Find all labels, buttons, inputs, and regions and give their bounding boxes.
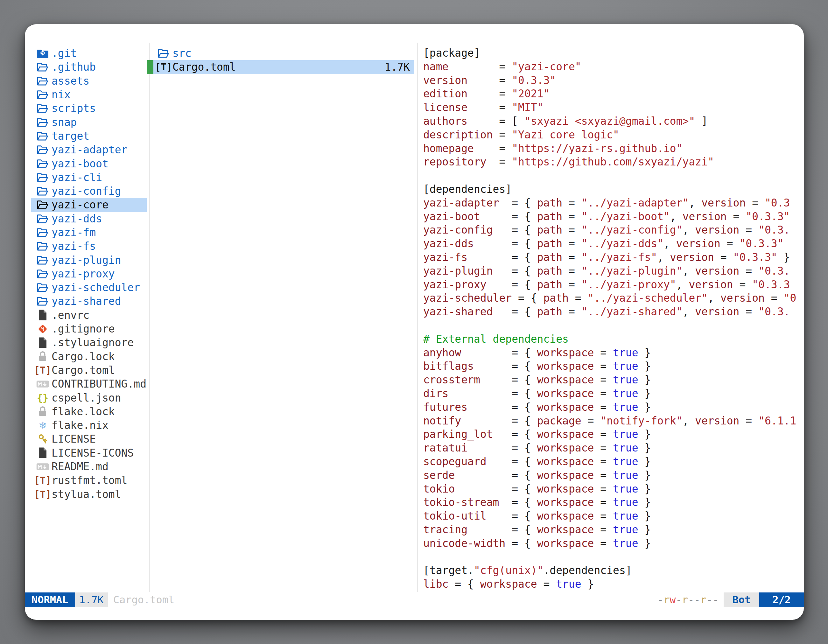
markdown-icon	[36, 378, 49, 391]
dir-item-.github[interactable]: .github	[31, 60, 147, 74]
preview-line	[423, 550, 803, 564]
preview-line: futures = { workspace = true }	[423, 401, 803, 414]
folder-open-icon	[36, 185, 49, 198]
dir-item-yazi-cli[interactable]: yazi-cli	[31, 171, 147, 184]
item-label: Cargo.toml	[172, 61, 236, 73]
preview-line: notify = { package = "notify-fork", vers…	[423, 414, 803, 428]
folder-open-icon	[36, 171, 49, 184]
file-icon	[36, 308, 49, 322]
preview-line: yazi-shared = { path = "../yazi-shared",…	[423, 305, 803, 319]
preview-line: serde = { workspace = true }	[423, 469, 803, 483]
dir-item-nix[interactable]: nix	[31, 88, 147, 102]
dir-item-yazi-proxy[interactable]: yazi-proxy	[31, 267, 147, 280]
folder-open-icon	[36, 102, 49, 115]
file-icon	[36, 336, 49, 349]
folder-open-icon	[36, 88, 49, 102]
preview-line: [dependencies]	[423, 183, 803, 196]
file-item-cspell.json[interactable]: {}cspell.json	[31, 391, 147, 404]
file-item-Cargo.lock[interactable]: Cargo.lock	[31, 350, 147, 364]
item-label: Cargo.toml	[52, 364, 115, 376]
preview-line: yazi-scheduler = { path = "../yazi-sched…	[423, 291, 803, 305]
file-icon	[36, 446, 49, 459]
file-item-LICENSE[interactable]: LICENSE	[31, 432, 147, 446]
scroll-position-badge: Bot	[724, 592, 759, 607]
file-item-Cargo.toml[interactable]: [T]Cargo.toml1.7K	[147, 60, 414, 74]
item-label: yazi-core	[52, 199, 108, 211]
file-item-.styluaignore[interactable]: .styluaignore	[31, 336, 147, 349]
file-item-flake.nix[interactable]: ❄flake.nix	[31, 418, 147, 432]
dir-item-scripts[interactable]: scripts	[31, 102, 147, 115]
item-label: .git	[52, 47, 77, 60]
lock-icon	[36, 405, 49, 418]
preview-line: authors = [ "sxyazi <sxyazi@gmail.com>" …	[423, 114, 803, 128]
folder-open-icon	[36, 74, 49, 88]
preview-line: [target."cfg(unix)".dependencies]	[423, 564, 803, 578]
file-item-CONTRIBUTING.md[interactable]: CONTRIBUTING.md	[31, 377, 147, 391]
toml-icon: [T]	[36, 364, 49, 377]
file-item-stylua.toml[interactable]: [T]stylua.toml	[31, 487, 147, 501]
folder-open-icon	[36, 198, 49, 212]
dir-item-target[interactable]: target	[31, 129, 147, 143]
item-label: .envrc	[52, 309, 89, 321]
file-item-rustfmt.toml[interactable]: [T]rustfmt.toml	[31, 473, 147, 487]
folder-open-icon	[157, 47, 170, 60]
item-label: src	[172, 47, 191, 60]
dir-item-snap[interactable]: snap	[31, 115, 147, 129]
item-label: yazi-shared	[52, 295, 121, 307]
dir-item-yazi-dds[interactable]: yazi-dds	[31, 212, 147, 226]
toml-icon: [T]	[36, 474, 49, 487]
dir-item-yazi-core[interactable]: yazi-core	[31, 198, 147, 212]
folder-open-icon	[36, 240, 49, 253]
item-label: yazi-boot	[52, 158, 108, 170]
item-label: flake.lock	[52, 405, 115, 418]
dir-item-yazi-scheduler[interactable]: yazi-scheduler	[31, 280, 147, 294]
item-label: Cargo.lock	[52, 350, 115, 363]
dir-item-yazi-adapter[interactable]: yazi-adapter	[31, 143, 147, 157]
dir-item-yazi-plugin[interactable]: yazi-plugin	[31, 253, 147, 266]
file-item-.gitignore[interactable]: .gitignore	[31, 322, 147, 336]
folder-open-icon	[36, 253, 49, 266]
json-icon: {}	[36, 391, 49, 404]
dir-item-yazi-fs[interactable]: yazi-fs	[31, 239, 147, 253]
preview-line: tracing = { workspace = true }	[423, 523, 803, 537]
dir-item-yazi-config[interactable]: yazi-config	[31, 184, 147, 198]
item-label: .github	[52, 61, 96, 73]
item-label: target	[52, 130, 89, 142]
item-label: yazi-fs	[52, 240, 96, 252]
file-item-flake.lock[interactable]: flake.lock	[31, 405, 147, 418]
preview-line: bitflags = { workspace = true }	[423, 360, 803, 373]
preview-line: ratatui = { workspace = true }	[423, 441, 803, 455]
cursor-counter-badge: 2/2	[759, 592, 804, 607]
file-item-Cargo.toml[interactable]: [T]Cargo.toml	[31, 364, 147, 377]
key-icon	[36, 432, 49, 446]
git-ignore-icon	[36, 322, 49, 336]
dir-item-yazi-shared[interactable]: yazi-shared	[31, 294, 147, 308]
preview-line: tokio = { workspace = true }	[423, 483, 803, 496]
preview-line: license = "MIT"	[423, 101, 803, 114]
preview-line: anyhow = { workspace = true }	[423, 346, 803, 360]
git-folder-icon	[36, 47, 49, 60]
file-item-.envrc[interactable]: .envrc	[31, 308, 147, 322]
folder-open-icon	[36, 295, 49, 308]
file-item-LICENSE-ICONS[interactable]: LICENSE-ICONS	[31, 446, 147, 460]
preview-line: yazi-fs = { path = "../yazi-fs", version…	[423, 251, 803, 265]
preview-line: version = "0.3.3"	[423, 74, 803, 88]
preview-line: dirs = { workspace = true }	[423, 387, 803, 401]
folder-open-icon	[36, 226, 49, 239]
dir-item-yazi-boot[interactable]: yazi-boot	[31, 157, 147, 170]
dir-item-src[interactable]: src	[147, 47, 414, 60]
dir-item-assets[interactable]: assets	[31, 74, 147, 88]
file-preview-pane[interactable]: [package]name = "yazi-core"version = "0.…	[423, 47, 803, 592]
preview-line	[423, 169, 803, 183]
dir-item-yazi-fm[interactable]: yazi-fm	[31, 226, 147, 239]
preview-line: scopeguard = { workspace = true }	[423, 455, 803, 469]
dir-item-.git[interactable]: .git	[31, 47, 147, 60]
toml-icon: [T]	[36, 487, 49, 501]
preview-line: yazi-proxy = { path = "../yazi-proxy", v…	[423, 278, 803, 292]
item-label: yazi-adapter	[52, 144, 127, 156]
preview-line: libc = { workspace = true }	[423, 578, 803, 591]
folder-open-icon	[36, 267, 49, 280]
file-item-README.md[interactable]: README.md	[31, 460, 147, 473]
preview-line: parking_lot = { workspace = true }	[423, 428, 803, 441]
folder-open-icon	[36, 143, 49, 157]
